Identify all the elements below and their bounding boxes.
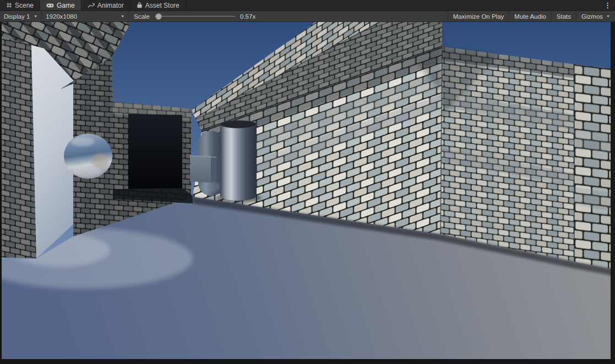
- mute-audio-button[interactable]: Mute Audio: [509, 11, 551, 21]
- mute-audio-label: Mute Audio: [514, 13, 546, 20]
- game-viewport[interactable]: [0, 22, 615, 364]
- scale-label: Scale: [134, 13, 150, 20]
- maximize-on-play-label: Maximize On Play: [453, 13, 504, 20]
- scale-slider-knob[interactable]: [155, 13, 162, 20]
- scale-slider-track[interactable]: [155, 16, 235, 17]
- window-tab-bar: Scene Game Animator Asset Store ⋮: [0, 0, 615, 11]
- shopping-bag-icon: [137, 2, 143, 8]
- tab-animator[interactable]: Animator: [81, 0, 130, 10]
- chevron-down-icon: ▼: [121, 14, 124, 18]
- tab-game[interactable]: Game: [40, 0, 81, 10]
- game-view-toolbar: Display 1 ▼ 1920x1080 ▼ Scale 0.57x Maxi…: [0, 11, 615, 22]
- resolution-selector-label: 1920x1080: [46, 13, 77, 20]
- resolution-selector[interactable]: 1920x1080 ▼: [42, 11, 129, 21]
- scale-slider[interactable]: [155, 13, 235, 20]
- tab-scene[interactable]: Scene: [0, 0, 40, 10]
- metal-cylinder: [215, 120, 262, 203]
- chevron-down-icon: ▼: [34, 14, 37, 18]
- tab-game-label: Game: [57, 2, 75, 9]
- far-right-brick-wall: [574, 64, 615, 271]
- tab-scene-label: Scene: [15, 2, 34, 9]
- left-pillar: [0, 36, 36, 258]
- display-selector[interactable]: Display 1 ▼: [0, 11, 42, 21]
- metal-sphere: [64, 134, 112, 179]
- tab-asset-store-label: Asset Store: [145, 2, 179, 9]
- gray-cube: [190, 156, 216, 183]
- chevron-down-icon: ▼: [606, 14, 610, 18]
- grid-icon: [6, 2, 12, 8]
- scale-value: 0.57x: [240, 13, 255, 20]
- stats-button[interactable]: Stats: [551, 11, 576, 21]
- stats-label: Stats: [557, 13, 571, 20]
- maximize-on-play-button[interactable]: Maximize On Play: [448, 11, 509, 21]
- rendered-3d-scene: [0, 22, 615, 364]
- gizmos-dropdown-button[interactable]: Gizmos ▼: [576, 11, 615, 21]
- gamepad-icon: [46, 3, 54, 8]
- doorway: [128, 114, 182, 189]
- display-selector-label: Display 1: [4, 13, 30, 20]
- animator-arrow-icon: [88, 3, 95, 8]
- tab-animator-label: Animator: [97, 2, 124, 9]
- tab-asset-store[interactable]: Asset Store: [130, 0, 186, 10]
- kebab-menu-icon[interactable]: ⋮: [600, 0, 615, 10]
- scale-control: Scale 0.57x: [129, 13, 260, 20]
- gizmos-label: Gizmos: [581, 13, 603, 20]
- right-brick-wall: [440, 47, 574, 263]
